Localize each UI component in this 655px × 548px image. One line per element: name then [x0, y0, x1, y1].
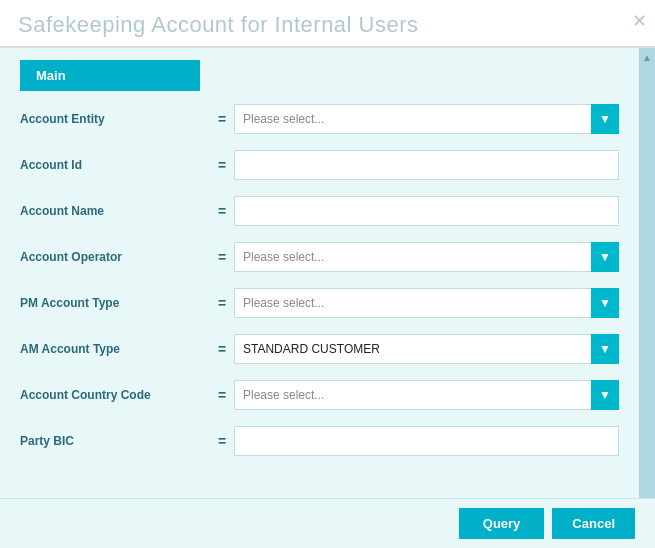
- equals-sign: =: [210, 295, 234, 311]
- form-row: Account Entity=Please select...▼: [20, 99, 619, 139]
- select-wrapper-0: Please select...▼: [234, 104, 619, 134]
- select-am-account-type[interactable]: STANDARD CUSTOMER: [234, 334, 619, 364]
- field-label-account-operator: Account Operator: [20, 250, 210, 264]
- equals-sign: =: [210, 341, 234, 357]
- field-label-account-name: Account Name: [20, 204, 210, 218]
- input-party-bic[interactable]: [234, 426, 619, 456]
- select-account-operator[interactable]: Please select...: [234, 242, 619, 272]
- cancel-button[interactable]: Cancel: [552, 508, 635, 539]
- form-row: PM Account Type=Please select...▼: [20, 283, 619, 323]
- equals-sign: =: [210, 249, 234, 265]
- equals-sign: =: [210, 433, 234, 449]
- select-wrapper-6: Please select...▼: [234, 380, 619, 410]
- form-row: Account Id=: [20, 145, 619, 185]
- form-row: Account Name=: [20, 191, 619, 231]
- field-label-am-account-type: AM Account Type: [20, 342, 210, 356]
- close-button[interactable]: ✕: [632, 10, 647, 32]
- footer-bar: Query Cancel: [0, 498, 655, 548]
- scrollbar[interactable]: ▲ ▼: [639, 48, 655, 546]
- tab-main[interactable]: Main: [20, 60, 200, 91]
- input-account-id[interactable]: [234, 150, 619, 180]
- query-button[interactable]: Query: [459, 508, 545, 539]
- form-row: Account Operator=Please select...▼: [20, 237, 619, 277]
- field-label-party-bic: Party BIC: [20, 434, 210, 448]
- form-row: Account Country Code=Please select...▼: [20, 375, 619, 415]
- select-account-entity[interactable]: Please select...: [234, 104, 619, 134]
- field-label-account-country-code: Account Country Code: [20, 388, 210, 402]
- equals-sign: =: [210, 111, 234, 127]
- select-wrapper-5: STANDARD CUSTOMER▼: [234, 334, 619, 364]
- select-wrapper-4: Please select...▼: [234, 288, 619, 318]
- equals-sign: =: [210, 387, 234, 403]
- form-row: Party BIC=: [20, 421, 619, 461]
- select-wrapper-3: Please select...▼: [234, 242, 619, 272]
- field-label-account-id: Account Id: [20, 158, 210, 172]
- select-account-country-code[interactable]: Please select...: [234, 380, 619, 410]
- input-account-name[interactable]: [234, 196, 619, 226]
- select-pm-account-type[interactable]: Please select...: [234, 288, 619, 318]
- field-label-account-entity: Account Entity: [20, 112, 210, 126]
- equals-sign: =: [210, 203, 234, 219]
- field-label-pm-account-type: PM Account Type: [20, 296, 210, 310]
- scroll-up-arrow[interactable]: ▲: [642, 52, 652, 63]
- form-row: AM Account Type=STANDARD CUSTOMER▼: [20, 329, 619, 369]
- page-title: Safekeeping Account for Internal Users: [0, 0, 655, 47]
- equals-sign: =: [210, 157, 234, 173]
